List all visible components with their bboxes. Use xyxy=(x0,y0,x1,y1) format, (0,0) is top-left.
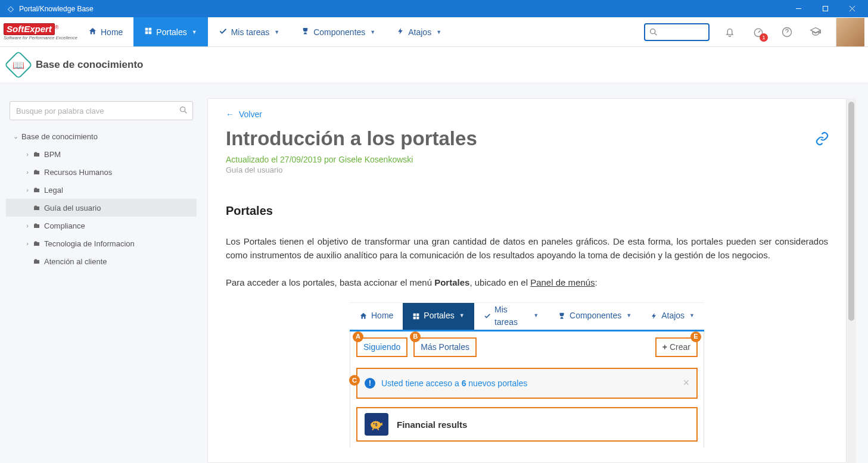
embed-tab-siguiendo: A Siguiendo xyxy=(356,337,407,358)
caret-down-icon: ▼ xyxy=(370,29,375,35)
article-section-heading: Portales xyxy=(226,202,828,220)
nav-portales[interactable]: Portales ▼ xyxy=(133,17,207,46)
tree-item-label: Recursos Humanos xyxy=(44,168,112,177)
tree-item-label: BPM xyxy=(44,150,61,159)
embedded-screenshot: Home Portales ▼ Mis tareas xyxy=(350,302,704,448)
folder-icon: 🖿 xyxy=(33,168,44,176)
tree-item-compliance[interactable]: › 🖿 Compliance xyxy=(6,217,197,234)
chevron-down-icon: ⌄ xyxy=(10,133,21,140)
folder-icon: 🖿 xyxy=(33,150,44,158)
svg-point-14 xyxy=(374,423,375,424)
sidebar: ⌄ Base de conocimiento › 🖿 BPM › 🖿 Recur… xyxy=(0,83,203,463)
nav-componentes[interactable]: Componentes ▼ xyxy=(290,17,386,46)
arrow-left-icon: ← xyxy=(226,110,234,119)
svg-rect-0 xyxy=(823,7,828,11)
annotation-letter-c: C xyxy=(349,375,360,386)
embed-nav-mistareas: Mis tareas ▼ xyxy=(474,303,548,330)
article-title: Introducción a los portales xyxy=(226,127,828,150)
global-search[interactable] xyxy=(644,23,710,41)
nav-atajos-label: Atajos xyxy=(408,27,431,37)
page-header: 📖 Base de conocimiento xyxy=(0,47,868,83)
embed-portal-row: $ Financial results xyxy=(356,407,698,442)
home-icon xyxy=(88,27,97,37)
chevron-right-icon: › xyxy=(21,168,33,176)
brand-tagline: Software for Performance Excellence xyxy=(4,36,77,40)
copy-link-button[interactable] xyxy=(815,132,829,148)
top-nav: SoftExpert® Software for Performance Exc… xyxy=(0,17,868,47)
tree-item-label: Tecnologia de Informacion xyxy=(44,239,135,248)
tree-item-atencion[interactable]: 🖿 Atención al cliente xyxy=(6,252,197,270)
category-tree: ⌄ Base de conocimiento › 🖿 BPM › 🖿 Recur… xyxy=(6,127,197,270)
tree-item-label: Guía del usuario xyxy=(44,204,101,212)
article-paragraph: Para acceder a los portales, basta accio… xyxy=(226,276,828,289)
trophy-icon xyxy=(301,27,310,37)
folder-icon: 🖿 xyxy=(33,257,44,265)
graduation-button[interactable] xyxy=(807,24,824,40)
back-link[interactable]: ← Volver xyxy=(226,110,828,119)
bolt-icon xyxy=(651,312,658,320)
minimize-button[interactable] xyxy=(785,0,812,17)
folder-icon: 🖿 xyxy=(33,204,44,212)
back-label: Volver xyxy=(239,110,262,119)
tree-root[interactable]: ⌄ Base de conocimiento xyxy=(6,127,197,145)
nav-home[interactable]: Home xyxy=(77,17,133,46)
svg-point-8 xyxy=(181,107,185,112)
annotation-letter-e: E xyxy=(690,331,701,342)
article-category: Guía del usuario xyxy=(226,165,828,174)
help-icon xyxy=(781,26,793,38)
scrollbar-thumb[interactable] xyxy=(848,102,854,321)
nav-atajos[interactable]: Atajos ▼ xyxy=(386,17,452,46)
article-card: ← Volver Introducción a los portales Act… xyxy=(207,98,847,463)
content-scrollbar[interactable] xyxy=(847,98,856,463)
app-icon: ◇ xyxy=(6,4,15,14)
link-icon xyxy=(815,132,829,146)
svg-rect-2 xyxy=(149,28,152,31)
help-button[interactable] xyxy=(779,24,795,40)
close-icon: × xyxy=(683,375,689,392)
window-title: Portal/Knowledge Base xyxy=(19,5,94,13)
sidebar-search-input[interactable] xyxy=(10,101,193,120)
grid-icon xyxy=(412,312,420,320)
page-title: Base de conocimiento xyxy=(36,59,143,71)
article-body: Portales Los Portales tienen el objetivo… xyxy=(226,202,828,448)
annotation-letter-b: B xyxy=(410,331,421,342)
check-icon xyxy=(484,312,491,320)
brand-logo[interactable]: SoftExpert® Software for Performance Exc… xyxy=(0,17,77,46)
notifications-button[interactable] xyxy=(721,24,738,40)
tree-item-ti[interactable]: › 🖿 Tecnologia de Informacion xyxy=(6,234,197,252)
chevron-right-icon: › xyxy=(21,222,33,229)
maximize-button[interactable] xyxy=(812,0,839,17)
sidebar-search[interactable] xyxy=(10,101,193,120)
chevron-right-icon: › xyxy=(21,186,33,193)
chevron-right-icon: › xyxy=(21,151,33,158)
caret-down-icon: ▼ xyxy=(274,29,279,35)
graduation-icon xyxy=(810,26,822,38)
user-avatar[interactable] xyxy=(836,18,864,46)
embed-nav-atajos: Atajos ▼ xyxy=(641,303,704,330)
embed-nav-componentes: Componentes ▼ xyxy=(548,303,641,330)
svg-rect-11 xyxy=(413,317,416,319)
tree-item-label: Legal xyxy=(44,186,63,195)
plus-icon: + xyxy=(662,342,667,352)
article-meta: Actualizado el 27/09/2019 por Gisele Kos… xyxy=(226,155,828,164)
annotation-letter-a: A xyxy=(353,331,363,342)
embed-notice: C ! Usted tiene acceso a 6 nuevos portal… xyxy=(356,368,698,399)
tree-item-guia[interactable]: 🖿 Guía del usuario xyxy=(6,199,197,217)
embed-create-button: E +Crear xyxy=(655,337,698,358)
search-icon xyxy=(649,27,658,37)
nav-mistareas[interactable]: Mis tareas ▼ xyxy=(208,17,291,46)
tree-item-legal[interactable]: › 🖿 Legal xyxy=(6,181,197,199)
folder-icon: 🖿 xyxy=(33,239,44,248)
bolt-icon xyxy=(397,27,405,37)
timer-button[interactable]: 1 xyxy=(750,24,767,40)
tree-item-rh[interactable]: › 🖿 Recursos Humanos xyxy=(6,163,197,181)
tree-item-bpm[interactable]: › 🖿 BPM xyxy=(6,145,197,163)
svg-point-5 xyxy=(651,29,655,33)
svg-rect-3 xyxy=(145,32,148,35)
svg-rect-12 xyxy=(416,317,419,319)
svg-rect-10 xyxy=(416,313,419,315)
check-icon xyxy=(219,27,228,37)
window-titlebar: ◇ Portal/Knowledge Base xyxy=(0,0,868,17)
svg-rect-4 xyxy=(149,32,152,35)
close-button[interactable] xyxy=(839,0,866,17)
